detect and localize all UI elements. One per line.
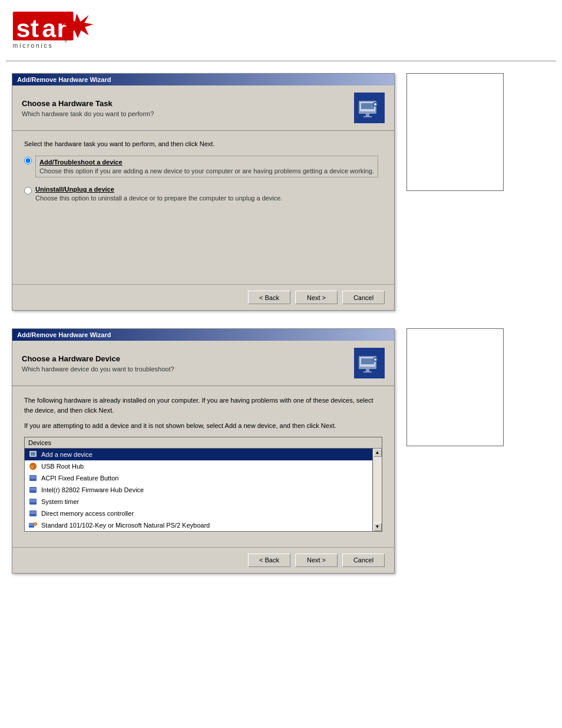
devices-list-container: Devices Add a new device xyxy=(24,437,382,532)
radio-uninstall[interactable] xyxy=(24,187,32,195)
svg-text:t: t xyxy=(31,14,39,42)
keyboard-icon xyxy=(28,521,38,530)
dma-icon xyxy=(28,509,38,518)
svg-rect-26 xyxy=(31,452,35,456)
svg-text:r: r xyxy=(57,14,67,42)
svg-rect-34 xyxy=(30,499,36,502)
scrollbar-track xyxy=(373,457,382,523)
wizard1-intro: Select the hardware task you want to per… xyxy=(24,140,382,147)
wizard1-header-text: Choose a Hardware Task Which hardware ta… xyxy=(22,99,154,117)
wizard2-header: Choose a Hardware Device Which hardware … xyxy=(12,341,394,386)
option-add[interactable]: Add/Troubleshoot a device Choose this op… xyxy=(24,156,382,177)
wizard2-titlebar: Add/Remove Hardware Wizard xyxy=(12,329,394,341)
svg-rect-20 xyxy=(366,369,369,371)
svg-text:micronics: micronics xyxy=(13,42,53,49)
wizard2-heading: Choose a Hardware Device xyxy=(22,354,174,363)
svg-rect-36 xyxy=(30,511,36,514)
option-uninstall-content: Uninstall/Unplug a device Choose this op… xyxy=(35,186,282,202)
wizard1-dialog: Add/Remove Hardware Wizard Choose a Hard… xyxy=(12,73,395,311)
timer-icon xyxy=(28,497,38,506)
svg-point-40 xyxy=(34,523,37,525)
option-uninstall-desc: Choose this option to uninstall a device… xyxy=(35,195,282,202)
device-item-keyboard-label: Standard 101/102-Key or Microsoft Natura… xyxy=(41,522,210,529)
wizard2-row: Add/Remove Hardware Wizard Choose a Hard… xyxy=(12,328,550,574)
hardware-wizard-icon-2 xyxy=(358,351,381,375)
device-item-intel[interactable]: Intel(r) 82802 Firmware Hub Device xyxy=(25,484,372,496)
wizard1-row: Add/Remove Hardware Wizard Choose a Hard… xyxy=(12,73,550,311)
wizard1-body: Select the hardware task you want to per… xyxy=(12,131,394,284)
scrollbar-up-button[interactable]: ▲ xyxy=(373,449,382,457)
device-item-keyboard[interactable]: Standard 101/102-Key or Microsoft Natura… xyxy=(25,519,372,531)
svg-rect-38 xyxy=(29,523,34,526)
device-item-new-label: Add a new device xyxy=(41,451,92,458)
wizard1-header-icon xyxy=(354,93,385,123)
page-content: Add/Remove Hardware Wizard Choose a Hard… xyxy=(0,73,562,574)
svg-rect-13 xyxy=(363,116,372,117)
sidebar-box-1 xyxy=(406,73,504,191)
device-item-timer[interactable]: System timer xyxy=(25,496,372,508)
svg-rect-12 xyxy=(366,114,369,116)
option-add-label: Add/Troubleshoot a device xyxy=(39,159,374,166)
device-item-dma[interactable]: Direct memory access controller xyxy=(25,508,372,519)
list-scrollbar[interactable]: ▲ ▼ xyxy=(372,449,382,531)
intel-icon xyxy=(28,485,38,495)
wizard2-footer: < Back Next > Cancel xyxy=(12,547,394,573)
svg-text:U: U xyxy=(31,465,34,469)
wizard1-titlebar: Add/Remove Hardware Wizard xyxy=(12,74,394,85)
device-item-new[interactable]: Add a new device xyxy=(25,449,372,460)
wizard1-cancel-button[interactable]: Cancel xyxy=(342,291,385,304)
wizard1-title-text: Add/Remove Hardware Wizard xyxy=(17,76,111,83)
wizard2-cancel-button[interactable]: Cancel xyxy=(342,554,385,567)
wizard1-subheading: Which hardware task do you want to perfo… xyxy=(22,110,154,117)
svg-rect-21 xyxy=(363,371,372,373)
star-micronics-logo: s t a r micronics ® xyxy=(12,11,94,52)
wizard1-footer: < Back Next > Cancel xyxy=(12,284,394,310)
device-item-intel-label: Intel(r) 82802 Firmware Hub Device xyxy=(41,486,144,493)
device-item-usb-label: USB Root Hub xyxy=(41,463,84,470)
scrollbar-down-button[interactable]: ▼ xyxy=(373,523,382,531)
option-uninstall-label-text[interactable]: Uninstall/Unplug a device xyxy=(35,186,114,193)
wizard1-back-button[interactable]: < Back xyxy=(248,291,290,304)
option-add-desc: Choose this option if you are adding a n… xyxy=(39,167,374,174)
wizard2-back-button[interactable]: < Back xyxy=(248,554,290,567)
wizard1-heading: Choose a Hardware Task xyxy=(22,99,154,108)
svg-text:s: s xyxy=(16,14,30,42)
wizard2-header-text: Choose a Hardware Device Which hardware … xyxy=(22,354,174,373)
wizard2-intro1: The following hardware is already instal… xyxy=(24,396,382,415)
wizard2-subheading: Which hardware device do you want to tro… xyxy=(22,365,174,373)
hardware-wizard-icon xyxy=(358,96,381,120)
device-item-acpi[interactable]: ACPI Fixed Feature Button xyxy=(25,472,372,484)
wizard2-header-icon xyxy=(354,348,385,378)
devices-list-header: Devices xyxy=(25,437,382,449)
devices-list-with-scroll: Add a new device U USB Ro xyxy=(25,449,382,531)
wizard2-intro2: If you are attempting to add a device an… xyxy=(24,421,382,431)
top-divider xyxy=(6,61,556,61)
radio-add[interactable] xyxy=(24,157,32,164)
option-add-label-text[interactable]: Add/Troubleshoot a device xyxy=(39,159,123,166)
svg-rect-19 xyxy=(361,358,374,364)
usb-icon: U xyxy=(28,462,38,471)
svg-rect-30 xyxy=(30,476,36,479)
new-device-icon xyxy=(28,450,38,459)
wizard1-next-button[interactable]: Next > xyxy=(295,291,338,304)
wizard1-header: Choose a Hardware Task Which hardware ta… xyxy=(12,85,394,131)
logo-area: s t a r micronics ® xyxy=(0,0,562,61)
svg-rect-32 xyxy=(30,487,36,490)
svg-text:a: a xyxy=(42,14,57,42)
option-uninstall[interactable]: Uninstall/Unplug a device Choose this op… xyxy=(24,186,382,202)
option-add-content: Add/Troubleshoot a device Choose this op… xyxy=(35,156,378,177)
wizard2-next-button[interactable]: Next > xyxy=(295,554,338,567)
device-item-timer-label: System timer xyxy=(41,498,79,505)
devices-list-items: Add a new device U USB Ro xyxy=(25,449,372,531)
sidebar-box-2 xyxy=(406,328,504,446)
device-item-dma-label: Direct memory access controller xyxy=(41,510,134,517)
wizard2-title-text: Add/Remove Hardware Wizard xyxy=(17,331,111,338)
wizard2-dialog: Add/Remove Hardware Wizard Choose a Hard… xyxy=(12,328,395,574)
device-item-acpi-label: ACPI Fixed Feature Button xyxy=(41,475,118,482)
acpi-icon xyxy=(28,473,38,483)
wizard2-body: The following hardware is already instal… xyxy=(12,386,394,547)
svg-rect-11 xyxy=(361,103,374,109)
device-item-usb[interactable]: U USB Root Hub xyxy=(25,460,372,472)
option-uninstall-label: Uninstall/Unplug a device xyxy=(35,186,282,193)
svg-text:®: ® xyxy=(65,39,68,43)
